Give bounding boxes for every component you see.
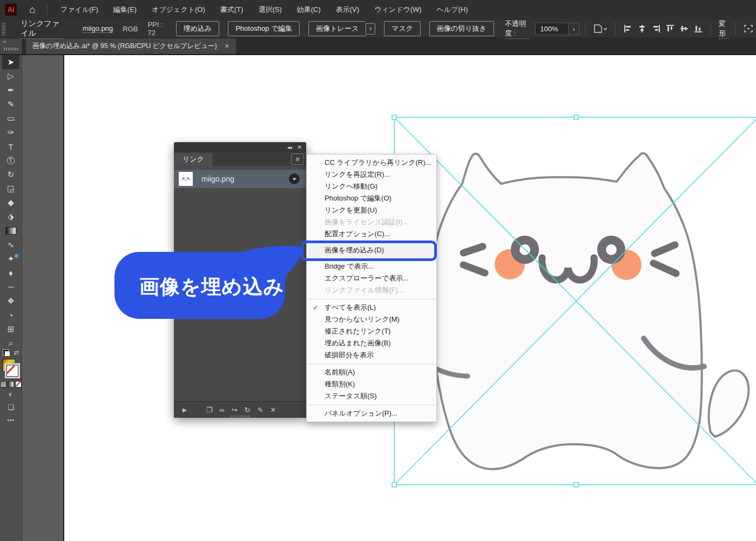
draw-mode-icon[interactable]: ❏ bbox=[2, 400, 19, 413]
direct-selection-tool-icon[interactable]: ▷ bbox=[2, 69, 19, 83]
context-menu-item[interactable]: ✓ すべてを表示(L) bbox=[307, 302, 436, 313]
context-menu-item[interactable] bbox=[307, 361, 436, 366]
color-mode-button[interactable] bbox=[0, 381, 6, 388]
curvature-tool-icon[interactable]: ✎ bbox=[2, 97, 19, 111]
width-tool-icon[interactable]: ∿ bbox=[2, 238, 19, 252]
control-bar-grip[interactable] bbox=[2, 22, 5, 35]
opacity-label[interactable]: 不透明度 : bbox=[505, 19, 530, 39]
context-menu-item[interactable]: リンクを再設定(R)... bbox=[307, 169, 436, 181]
paintbrush-tool-icon[interactable]: ✑ bbox=[2, 125, 19, 139]
free-transform-icon[interactable] bbox=[744, 24, 753, 33]
shape-builder-tool-icon[interactable]: ◲ bbox=[2, 182, 19, 196]
menu-bar-item[interactable]: 書式(T) bbox=[213, 0, 251, 19]
context-menu-item[interactable]: リンクファイル情報(F)... bbox=[307, 284, 436, 296]
screen-mode-icon[interactable]: ◐ bbox=[2, 388, 19, 400]
stroke-swatch-none[interactable] bbox=[5, 363, 20, 378]
update-link-icon[interactable]: ↻ bbox=[245, 406, 251, 414]
menu-bar-item[interactable]: 効果(C) bbox=[289, 0, 328, 19]
zoom-tool-icon[interactable]: ⌕ bbox=[2, 336, 19, 350]
context-menu-item[interactable]: 種類別(K) bbox=[307, 378, 436, 390]
default-fill-stroke-icon[interactable] bbox=[3, 349, 10, 357]
home-icon[interactable]: ⌂ bbox=[25, 4, 39, 16]
align-center-vertical-icon[interactable] bbox=[680, 24, 688, 33]
document-tab[interactable]: 画像の埋め込み.ai* @ 95 % (RGB/CPU ピクセルプレビュー) ✕ bbox=[26, 38, 236, 54]
go-to-link-icon[interactable]: ↪ bbox=[232, 406, 238, 414]
blend-tool-icon[interactable]: ⬗ bbox=[2, 210, 19, 224]
document-tab-close-icon[interactable]: ✕ bbox=[225, 43, 230, 50]
context-menu-item[interactable]: CC ライブラリから再リンク(R)... bbox=[307, 157, 436, 169]
edit-original-icon[interactable]: ✎ bbox=[257, 406, 263, 414]
context-menu-item[interactable]: Bridge で表示... bbox=[307, 261, 436, 272]
artboard-tool-icon[interactable]: ⊞ bbox=[2, 322, 19, 336]
context-menu-item[interactable]: 見つからないリンク(M) bbox=[307, 313, 436, 325]
image-trace-button[interactable]: 画像トレース bbox=[308, 21, 366, 36]
edit-in-photoshop-button[interactable]: Photoshop で編集 bbox=[228, 21, 300, 36]
shaper-tool-icon[interactable]: ✦ bbox=[2, 252, 19, 266]
tab-links[interactable]: リンク bbox=[174, 153, 213, 166]
panel-menu-icon[interactable]: ≡ bbox=[291, 153, 304, 165]
align-left-icon[interactable] bbox=[624, 24, 632, 33]
relink-icon[interactable]: ∞ bbox=[219, 406, 224, 414]
symbol-sprayer-tool-icon[interactable]: ❖ bbox=[2, 294, 19, 308]
filename-link[interactable]: miigo.png bbox=[83, 24, 113, 33]
context-menu-item[interactable] bbox=[307, 296, 436, 302]
menu-bar-item[interactable]: 編集(E) bbox=[106, 0, 144, 19]
graph-tool-icon[interactable]: ◔ bbox=[2, 308, 19, 322]
rectangle-tool-icon[interactable]: ▭ bbox=[2, 111, 19, 125]
context-menu-item[interactable]: 配置オプション(C)... bbox=[307, 228, 436, 240]
crop-image-button[interactable]: 画像の切り抜き bbox=[429, 21, 494, 36]
opacity-value-field[interactable]: 100% bbox=[535, 23, 569, 35]
eyedropper-tool-icon[interactable]: ⬧ bbox=[2, 266, 19, 280]
gradient-mode-button[interactable] bbox=[8, 381, 14, 388]
touch-type-tool-icon[interactable]: Ⓣ bbox=[2, 153, 19, 168]
context-menu-item[interactable]: ステータス順(S) bbox=[307, 390, 436, 402]
align-right-icon[interactable] bbox=[652, 24, 660, 33]
context-menu-item[interactable]: エクスプローラーで表示... bbox=[307, 272, 436, 284]
eraser-tool-icon[interactable]: ◆ bbox=[2, 196, 19, 210]
context-menu-item[interactable]: 埋め込まれた画像(B) bbox=[307, 337, 436, 349]
close-panel-icon[interactable]: ✕ bbox=[297, 144, 302, 151]
context-menu-item[interactable] bbox=[307, 402, 436, 408]
context-menu-item[interactable]: パネルオプション(P)... bbox=[307, 408, 436, 419]
show-link-info-icon[interactable]: ▶ bbox=[183, 407, 187, 413]
toolbar-expand-icon[interactable]: » bbox=[3, 39, 6, 44]
smooth-tool-icon[interactable]: ∽ bbox=[2, 280, 19, 294]
menu-bar-item[interactable]: ヘルプ(H) bbox=[429, 0, 476, 19]
menu-bar-item[interactable]: 表示(V) bbox=[328, 0, 367, 19]
align-top-icon[interactable] bbox=[666, 24, 674, 33]
menu-bar-item[interactable]: ウィンドウ(W) bbox=[367, 0, 429, 19]
menu-bar-item[interactable]: ファイル(F) bbox=[53, 0, 106, 19]
context-menu-item[interactable]: 修正されたリンク(T) bbox=[307, 325, 436, 337]
document-setup-icon[interactable] bbox=[593, 24, 607, 34]
collapse-panel-icon[interactable]: ◂◂ bbox=[287, 144, 292, 150]
none-mode-button[interactable] bbox=[15, 381, 22, 388]
edit-toolbar-ellipsis-icon[interactable]: ••• bbox=[2, 413, 19, 426]
swap-fill-stroke-icon[interactable]: ⇄ bbox=[14, 349, 18, 357]
rotate-tool-icon[interactable]: ↻ bbox=[2, 168, 19, 182]
context-menu-item[interactable]: リンクを更新(U) bbox=[307, 204, 436, 216]
context-menu-item[interactable]: リンクへ移動(G) bbox=[307, 181, 436, 192]
toolbar-grip[interactable] bbox=[4, 48, 18, 50]
pen-tool-icon[interactable]: ✒ bbox=[2, 83, 19, 97]
context-menu-item[interactable]: 名前順(A) bbox=[307, 366, 436, 378]
gradient-tool-icon[interactable]: ▬ bbox=[2, 224, 19, 238]
illustrator-logo-icon[interactable]: Ai bbox=[5, 4, 17, 16]
mask-button[interactable]: マスク bbox=[384, 21, 421, 36]
context-menu-item[interactable]: 画像をライセンス認証(I)... bbox=[307, 216, 436, 228]
transform-label[interactable]: 変形 bbox=[719, 19, 730, 39]
opacity-more-button[interactable]: › bbox=[569, 23, 579, 35]
context-menu-item[interactable]: 画像を埋め込み(D) bbox=[307, 243, 436, 257]
delete-link-icon[interactable]: ✕ bbox=[270, 406, 276, 414]
type-tool-icon[interactable]: T bbox=[2, 139, 19, 153]
context-menu-item[interactable]: Photoshop で編集(O) bbox=[307, 192, 436, 204]
embed-button[interactable]: 埋め込み bbox=[176, 21, 220, 36]
relink-from-cc-icon[interactable]: ❐ bbox=[206, 406, 213, 414]
align-center-horizontal-icon[interactable] bbox=[638, 24, 646, 33]
context-menu-item[interactable]: 破損部分を表示 bbox=[307, 349, 436, 361]
link-row-miigo[interactable]: miigo.png ⚭ bbox=[174, 170, 306, 188]
linked-file-label[interactable]: リンクファイル bbox=[21, 19, 63, 39]
selection-tool-icon[interactable]: ➤ bbox=[2, 55, 19, 69]
align-bottom-icon[interactable] bbox=[694, 24, 703, 33]
panel-resize-grip[interactable] bbox=[231, 415, 249, 417]
menu-bar-item[interactable]: オブジェクト(O) bbox=[144, 0, 213, 19]
